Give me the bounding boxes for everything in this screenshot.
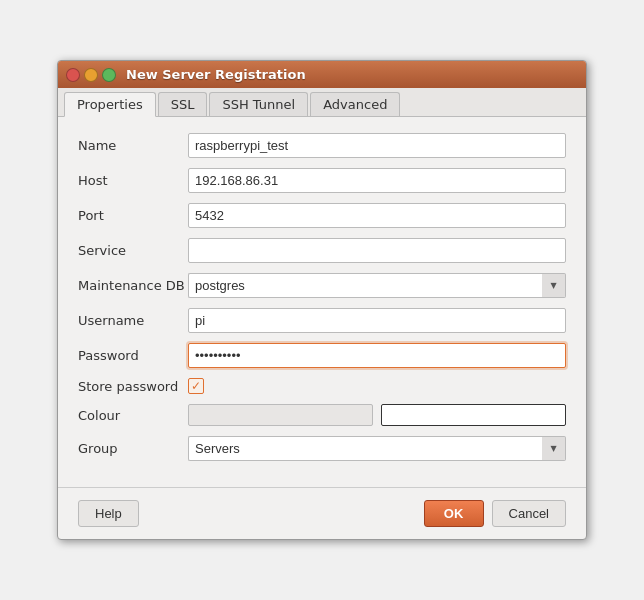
store-password-checkbox[interactable] — [188, 378, 204, 394]
maintenance-db-label: Maintenance DB — [78, 278, 188, 293]
maintenance-db-input[interactable] — [188, 273, 542, 298]
service-input-wrap — [188, 238, 566, 263]
footer-right: OK Cancel — [424, 500, 566, 527]
group-input[interactable] — [188, 436, 542, 461]
group-label: Group — [78, 441, 188, 456]
service-input[interactable] — [188, 238, 566, 263]
host-label: Host — [78, 173, 188, 188]
port-input-wrap — [188, 203, 566, 228]
password-input[interactable] — [188, 343, 566, 368]
group-dropdown-btn[interactable] — [542, 436, 566, 461]
close-button[interactable] — [66, 68, 80, 82]
colour-label: Colour — [78, 408, 188, 423]
group-input-wrap — [188, 436, 566, 461]
password-input-wrap — [188, 343, 566, 368]
username-label: Username — [78, 313, 188, 328]
cancel-button[interactable]: Cancel — [492, 500, 566, 527]
tab-bar: Properties SSL SSH Tunnel Advanced — [58, 88, 586, 117]
name-input[interactable] — [188, 133, 566, 158]
port-input[interactable] — [188, 203, 566, 228]
maintenance-db-row: Maintenance DB — [78, 273, 566, 298]
host-row: Host — [78, 168, 566, 193]
store-password-checkbox-wrap — [188, 378, 204, 394]
group-row: Group — [78, 436, 566, 461]
username-row: Username — [78, 308, 566, 333]
minimize-button[interactable] — [84, 68, 98, 82]
password-row: Password — [78, 343, 566, 368]
maintenance-db-input-wrap — [188, 273, 566, 298]
ok-button[interactable]: OK — [424, 500, 484, 527]
port-label: Port — [78, 208, 188, 223]
name-label: Name — [78, 138, 188, 153]
window-title: New Server Registration — [126, 67, 306, 82]
service-row: Service — [78, 238, 566, 263]
store-password-label: Store password — [78, 379, 188, 394]
colour-input-area — [188, 404, 566, 426]
footer: Help OK Cancel — [58, 487, 586, 539]
password-label: Password — [78, 348, 188, 363]
maintenance-db-dropdown-btn[interactable] — [542, 273, 566, 298]
dialog-window: New Server Registration Properties SSL S… — [57, 60, 587, 540]
maximize-button[interactable] — [102, 68, 116, 82]
port-row: Port — [78, 203, 566, 228]
username-input[interactable] — [188, 308, 566, 333]
group-dropdown — [188, 436, 566, 461]
window-controls[interactable] — [66, 68, 116, 82]
name-input-wrap — [188, 133, 566, 158]
name-row: Name — [78, 133, 566, 158]
store-password-row: Store password — [78, 378, 566, 394]
tab-ssl[interactable]: SSL — [158, 92, 208, 116]
colour-row: Colour — [78, 404, 566, 426]
tab-advanced[interactable]: Advanced — [310, 92, 400, 116]
colour-right-swatch[interactable] — [381, 404, 566, 426]
tab-properties[interactable]: Properties — [64, 92, 156, 117]
colour-left-swatch[interactable] — [188, 404, 373, 426]
host-input-wrap — [188, 168, 566, 193]
service-label: Service — [78, 243, 188, 258]
maintenance-db-dropdown — [188, 273, 566, 298]
form-content: Name Host Port Service — [58, 117, 586, 487]
host-input[interactable] — [188, 168, 566, 193]
username-input-wrap — [188, 308, 566, 333]
tab-ssh-tunnel[interactable]: SSH Tunnel — [209, 92, 308, 116]
help-button[interactable]: Help — [78, 500, 139, 527]
title-bar: New Server Registration — [58, 61, 586, 88]
